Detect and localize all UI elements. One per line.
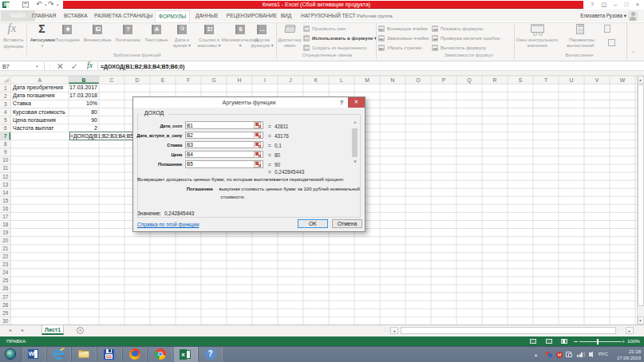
svg-text:5: 5 [4, 117, 7, 123]
svg-text:A: A [38, 77, 41, 83]
svg-text:F: F [187, 77, 190, 83]
svg-text:10: 10 [2, 157, 9, 163]
svg-text:17: 17 [2, 214, 9, 219]
svg-text:24: 24 [2, 270, 9, 275]
svg-text:22: 22 [2, 254, 9, 259]
svg-text:R: R [493, 77, 497, 83]
svg-text:E: E [161, 77, 165, 83]
svg-text:O: O [416, 77, 420, 83]
svg-text:4: 4 [4, 109, 7, 115]
svg-text:J: J [289, 77, 291, 83]
svg-text:18: 18 [2, 222, 9, 227]
svg-text:P: P [442, 77, 446, 83]
svg-text:20: 20 [2, 238, 9, 243]
svg-text:6: 6 [4, 125, 7, 131]
svg-text:25: 25 [2, 277, 9, 283]
svg-text:14: 14 [2, 190, 9, 195]
svg-text:21: 21 [2, 246, 9, 251]
svg-text:U: U [570, 77, 574, 83]
svg-text:19: 19 [2, 230, 9, 235]
svg-text:N: N [391, 77, 395, 83]
svg-text:13: 13 [2, 182, 9, 187]
svg-text:H: H [238, 77, 242, 83]
svg-text:1: 1 [4, 85, 7, 91]
svg-text:M: M [365, 77, 369, 83]
svg-text:16: 16 [2, 206, 9, 211]
svg-text:15: 15 [2, 198, 9, 203]
svg-text:3: 3 [4, 101, 7, 107]
svg-text:12: 12 [2, 174, 9, 179]
svg-text:11: 11 [2, 165, 8, 171]
svg-text:V: V [595, 77, 599, 83]
svg-text:9: 9 [4, 149, 7, 155]
svg-text:K: K [314, 77, 318, 83]
svg-text:2: 2 [4, 93, 7, 99]
svg-text:L: L [340, 77, 343, 83]
svg-text:G: G [211, 77, 215, 83]
svg-text:D: D [136, 77, 140, 83]
svg-text:29: 29 [2, 310, 9, 316]
svg-text:T: T [544, 77, 547, 83]
svg-text:26: 26 [2, 285, 9, 291]
svg-text:I: I [264, 77, 266, 83]
svg-text:28: 28 [2, 302, 9, 308]
svg-text:27: 27 [2, 294, 9, 300]
svg-text:W: W [620, 77, 626, 83]
svg-text:23: 23 [2, 262, 9, 267]
svg-text:7: 7 [4, 133, 7, 139]
svg-text:S: S [519, 77, 523, 83]
svg-text:8: 8 [4, 141, 7, 147]
svg-text:30: 30 [2, 318, 9, 324]
svg-text:Q: Q [467, 77, 471, 84]
svg-text:C: C [110, 77, 114, 83]
svg-text:B: B [82, 77, 86, 83]
